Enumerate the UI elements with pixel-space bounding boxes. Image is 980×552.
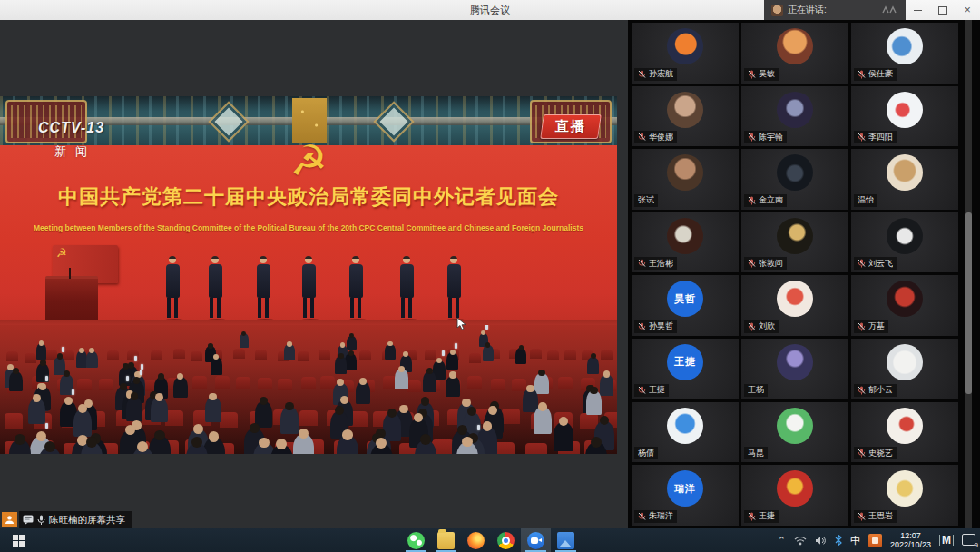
mic-muted-icon — [638, 70, 646, 79]
speaker-avatar — [771, 5, 783, 16]
participant-tile[interactable]: 马昆 — [741, 402, 848, 463]
participant-tile[interactable]: 王捷 王捷 — [632, 339, 739, 399]
participant-tile[interactable]: 史晓艺 — [851, 402, 958, 463]
participant-name: 金立南 — [759, 194, 783, 206]
taskbar-icon-wechat[interactable] — [401, 528, 431, 552]
participant-grid: 孙宏航 吴敏 侯仕豪 — [632, 23, 958, 526]
tray-m-logo-icon[interactable]: M — [939, 535, 954, 546]
participant-tile[interactable]: 陈宇翰 — [741, 86, 848, 147]
audience-crowd — [0, 325, 617, 454]
participant-name: 王杨 — [748, 384, 764, 396]
network-icon[interactable] — [794, 536, 807, 546]
grid-scrollbar[interactable] — [965, 20, 972, 528]
participant-avatar: 瑞洋 — [667, 470, 703, 507]
participant-avatar — [777, 344, 813, 380]
bluetooth-icon[interactable] — [835, 535, 842, 546]
participant-tile[interactable]: 万基 — [851, 275, 958, 336]
notification-center-icon[interactable]: 9 — [962, 534, 976, 547]
participant-tile[interactable]: 孙宏航 — [632, 23, 739, 84]
participant-tile[interactable]: 郁小云 — [851, 339, 958, 399]
participant-name: 张敦问 — [759, 258, 783, 270]
participant-tile[interactable]: 张试 — [632, 149, 739, 210]
volume-icon[interactable] — [815, 536, 827, 546]
party-emblem-icon: ☭ — [0, 140, 617, 182]
participant-avatar — [887, 28, 923, 64]
participant-avatar: 昊哲 — [667, 281, 703, 317]
participant-tile[interactable]: 瑞洋 朱瑞洋 — [632, 465, 739, 526]
tray-expand-icon[interactable]: ⌃ — [778, 536, 786, 546]
tencent-meeting-icon — [527, 532, 544, 549]
participant-name: 张试 — [638, 194, 654, 206]
participant-avatar — [777, 28, 813, 64]
committee-member-figure — [398, 256, 415, 321]
participant-avatar — [777, 92, 813, 128]
participant-name: 吴敏 — [759, 68, 775, 80]
clock-time: 12:07 — [890, 531, 931, 540]
participant-name: 李四阳 — [868, 132, 893, 143]
mic-muted-icon — [858, 512, 866, 521]
close-button[interactable]: × — [956, 0, 980, 20]
participant-tile[interactable]: 杨倩 — [632, 402, 739, 463]
participant-avatar — [777, 470, 813, 507]
scrollbar-thumb[interactable] — [965, 212, 972, 394]
start-button[interactable] — [0, 528, 36, 552]
participant-avatar — [667, 154, 703, 191]
participant-tile[interactable]: 金立南 — [741, 149, 848, 210]
participant-name-chip: 李四阳 — [854, 131, 897, 143]
participant-name: 孙昊哲 — [649, 320, 673, 332]
participant-tile[interactable]: 王浩彬 — [632, 212, 739, 273]
participant-name-chip: 万基 — [854, 320, 888, 333]
participant-name-chip: 华俊娜 — [634, 131, 677, 143]
taskbar-icon-photos[interactable] — [551, 528, 581, 552]
participant-tile[interactable]: 昊哲 孙昊哲 — [632, 275, 739, 336]
screen-share-pane[interactable]: CCTV-13 新闻 直播 ☭ 中国共产党第二十届中央政治局常委同中外记者见面会… — [0, 20, 628, 528]
participant-tile[interactable]: 王杨 — [741, 339, 848, 399]
participant-tile[interactable]: 李四阳 — [851, 86, 958, 147]
mic-muted-icon — [638, 512, 646, 521]
mic-muted-icon — [748, 133, 756, 142]
broadcast-title-english: Meeting between Members of the Standing … — [0, 223, 617, 232]
participant-name-chip: 马昆 — [744, 447, 768, 459]
mic-muted-icon — [748, 322, 756, 331]
committee-member-figure — [348, 256, 364, 321]
participant-name: 杨倩 — [638, 448, 654, 459]
taskbar-icon-chrome[interactable] — [491, 528, 521, 552]
taskbar-icon-file-explorer[interactable] — [431, 528, 461, 552]
participant-name: 王思岩 — [868, 510, 893, 522]
participant-avatar — [887, 154, 923, 191]
participant-name-chip: 张试 — [634, 194, 658, 207]
tray-app-icon[interactable] — [868, 534, 882, 547]
taskbar-icon-tencent-meeting[interactable] — [521, 528, 551, 552]
participant-avatar — [887, 218, 923, 254]
minimize-button[interactable] — [906, 0, 930, 20]
committee-member-figure — [300, 256, 317, 321]
mic-muted-icon — [638, 133, 646, 142]
participant-tile[interactable]: 王思岩 — [851, 465, 958, 526]
participant-name: 朱瑞洋 — [649, 510, 673, 522]
participant-tile[interactable]: 华俊娜 — [632, 86, 739, 147]
participant-name: 王捷 — [649, 384, 665, 396]
participant-tile[interactable]: 刘欣 — [741, 275, 848, 336]
audio-wave-icon — [882, 5, 898, 15]
ime-language-indicator[interactable]: 中 — [850, 534, 860, 547]
participant-tile[interactable]: 刘云飞 — [851, 212, 958, 273]
chat-icon — [23, 515, 34, 525]
participant-avatar — [887, 281, 923, 317]
maximize-button[interactable] — [930, 0, 955, 20]
participant-avatar — [887, 92, 923, 128]
taskbar-icon-firefox[interactable] — [461, 528, 491, 552]
shared-broadcast-video[interactable]: CCTV-13 新闻 直播 ☭ 中国共产党第二十届中央政治局常委同中外记者见面会… — [0, 96, 617, 454]
participant-tile[interactable]: 温怡 — [851, 149, 958, 210]
participant-tile[interactable]: 侯仕豪 — [851, 23, 958, 84]
participant-name: 温怡 — [858, 194, 874, 206]
speaking-label: 正在讲话: — [788, 4, 827, 16]
taskbar-clock[interactable]: 12:07 2022/10/23 — [890, 531, 931, 549]
participant-tile[interactable]: 张敦问 — [741, 212, 848, 273]
participant-tile[interactable]: 王捷 — [741, 465, 848, 526]
mic-muted-icon — [858, 70, 866, 79]
participant-tile[interactable]: 吴敏 — [741, 23, 848, 84]
mic-muted-icon — [748, 70, 756, 79]
participant-name-chip: 温怡 — [854, 194, 877, 207]
firefox-icon — [467, 532, 485, 549]
participant-name-chip: 王浩彬 — [634, 257, 677, 270]
